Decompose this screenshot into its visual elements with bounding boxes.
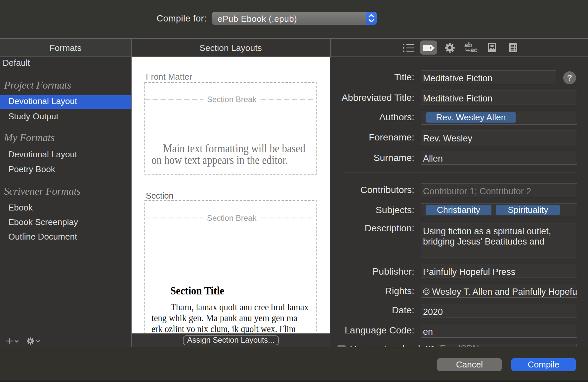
svg-text:ac: ac bbox=[470, 46, 478, 54]
